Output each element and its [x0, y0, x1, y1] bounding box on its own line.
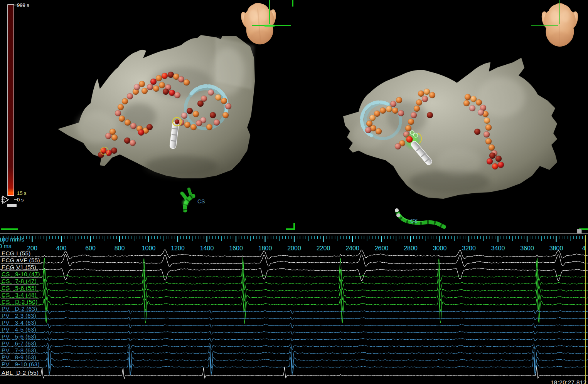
electrogram-panel[interactable]: 2004006008001000120014001600180020002200… [0, 233, 588, 384]
ablation-point[interactable] [492, 163, 498, 169]
ablation-point[interactable] [365, 127, 371, 133]
ablation-point[interactable] [168, 72, 174, 78]
ablation-point[interactable] [484, 131, 490, 138]
ablation-point[interactable] [487, 158, 493, 164]
ablation-point[interactable] [119, 116, 125, 122]
ablation-point[interactable] [222, 112, 229, 118]
ablation-point[interactable] [122, 98, 128, 104]
left-orientation-torso-icon[interactable] [238, 1, 280, 46]
ablation-point[interactable] [169, 90, 175, 96]
ablation-point[interactable] [106, 150, 112, 156]
ablation-point[interactable] [153, 86, 159, 92]
ablation-point[interactable] [201, 96, 207, 102]
ruler-time-label: 800 [115, 245, 125, 252]
ablation-point[interactable] [465, 94, 471, 100]
ablation-point[interactable] [150, 79, 157, 85]
ecg-trace [0, 254, 588, 267]
ablation-point[interactable] [210, 112, 216, 118]
ablation-point[interactable] [495, 156, 502, 162]
ablation-point[interactable] [485, 124, 492, 131]
ablation-point[interactable] [206, 124, 212, 130]
ablation-point[interactable] [398, 110, 404, 116]
ruler-time-label: 200 [27, 245, 37, 252]
ablation-point[interactable] [159, 82, 165, 88]
ablation-point[interactable] [184, 79, 190, 86]
ablation-point[interactable] [190, 124, 197, 130]
ablation-point[interactable] [411, 112, 417, 118]
ablation-point[interactable] [147, 124, 153, 130]
ablation-point[interactable] [414, 106, 420, 112]
ablation-point[interactable] [489, 144, 495, 151]
ablation-point[interactable] [489, 153, 495, 159]
ablation-point[interactable] [416, 99, 422, 106]
ablation-point[interactable] [118, 104, 124, 110]
ecg-trace [0, 317, 588, 320]
right-heart-map[interactable]: CS [343, 58, 557, 227]
ablation-point[interactable] [221, 98, 227, 104]
ablation-point[interactable] [422, 96, 428, 102]
ablation-point[interactable] [163, 89, 169, 95]
ablation-point[interactable] [111, 134, 118, 141]
ablation-point[interactable] [174, 92, 180, 98]
ablation-point[interactable] [130, 140, 136, 146]
ablation-point[interactable] [429, 92, 435, 98]
ablation-point[interactable] [469, 105, 475, 111]
ablation-point[interactable] [380, 107, 386, 114]
ablation-point[interactable] [386, 106, 392, 112]
left-heart-map[interactable]: CS [58, 35, 255, 210]
ablation-point[interactable] [162, 73, 168, 79]
ablation-point[interactable] [193, 111, 199, 117]
ablation-point[interactable] [424, 89, 430, 95]
ablation-point[interactable] [405, 125, 411, 131]
ablation-point[interactable] [392, 107, 398, 114]
ablation-point[interactable] [418, 91, 424, 97]
ablation-point[interactable] [474, 129, 480, 135]
ruler-time-label: 1000 [142, 245, 156, 252]
ablation-point[interactable] [178, 76, 184, 82]
ruler-time-label: 3000 [433, 245, 447, 252]
ablation-point[interactable] [130, 123, 136, 129]
ablation-point[interactable] [485, 138, 492, 144]
ablation-point[interactable] [196, 120, 202, 126]
ablation-point[interactable] [138, 129, 144, 136]
ablation-point[interactable] [484, 117, 490, 124]
ablation-point[interactable] [181, 112, 187, 119]
ablation-point[interactable] [115, 110, 121, 116]
ablation-point[interactable] [395, 143, 401, 149]
ablation-point[interactable] [208, 89, 214, 96]
ablation-point[interactable] [187, 108, 193, 114]
ablation-point[interactable] [215, 94, 221, 101]
ablation-point[interactable] [125, 119, 131, 126]
timer-play-marker[interactable] [1, 196, 8, 203]
ablation-point[interactable] [225, 103, 231, 109]
ecg-scrollbar-thumb[interactable] [577, 229, 582, 233]
ablation-point[interactable] [127, 93, 133, 99]
tip-point [406, 136, 413, 143]
ablation-point[interactable] [124, 138, 130, 144]
ecg-trace [0, 367, 588, 379]
ablation-point[interactable] [214, 119, 220, 126]
ablation-point[interactable] [142, 88, 148, 94]
ablation-point[interactable] [476, 99, 482, 106]
ablation-point[interactable] [478, 109, 484, 116]
ablation-point[interactable] [390, 101, 396, 107]
time-ruler: 2004006008001000120014001600180020002200… [3, 236, 586, 252]
ablation-point[interactable] [374, 111, 380, 117]
ablation-point[interactable] [105, 133, 111, 139]
ablation-point[interactable] [111, 148, 117, 154]
ablation-point[interactable] [147, 84, 153, 90]
ablation-point[interactable] [408, 119, 414, 125]
ablation-point[interactable] [134, 84, 140, 90]
timer-slider-handle[interactable] [7, 204, 17, 207]
ablation-point[interactable] [463, 100, 470, 106]
ablation-point[interactable] [427, 112, 433, 118]
ablation-point[interactable] [184, 122, 190, 128]
ablation-point[interactable] [376, 128, 382, 134]
ablation-point[interactable] [498, 162, 504, 168]
ablation-point[interactable] [156, 75, 162, 81]
ecg-trace [0, 310, 588, 314]
ablation-point[interactable] [369, 115, 376, 121]
ablation-point[interactable] [470, 96, 477, 102]
ablation-point[interactable] [396, 97, 402, 103]
ecg-trace [0, 288, 588, 312]
